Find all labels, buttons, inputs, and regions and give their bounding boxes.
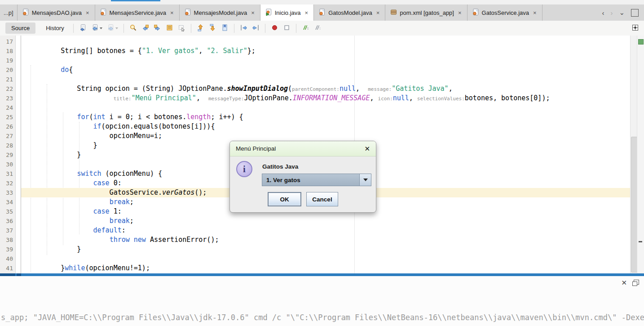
- code-line-38[interactable]: throw new AssertionError();: [21, 235, 631, 245]
- output-close-icon[interactable]: ✕: [621, 279, 627, 286]
- history-view-button[interactable]: History: [40, 22, 70, 34]
- scrollbar-thumb[interactable]: [631, 137, 637, 272]
- back-button[interactable]: [90, 23, 104, 34]
- tab-gatosservice-java[interactable]: GatosService.java×: [468, 4, 543, 21]
- line-number[interactable]: 24: [0, 103, 15, 112]
- code-line-20[interactable]: do{: [21, 65, 631, 75]
- code-line-19[interactable]: [21, 56, 631, 65]
- editor-vertical-scrollbar[interactable]: [630, 36, 637, 273]
- float-window-icon[interactable]: [632, 280, 639, 286]
- java-file-icon: [265, 9, 272, 17]
- line-number[interactable]: 21: [0, 75, 15, 84]
- line-number[interactable]: 33: [0, 188, 15, 197]
- find-selection-icon: [129, 24, 137, 33]
- shift-line-right-button[interactable]: [251, 23, 261, 34]
- start-macro-recording-button[interactable]: [269, 23, 280, 34]
- last-edit-location-button[interactable]: [78, 23, 88, 34]
- line-number[interactable]: 41: [0, 263, 15, 273]
- code-line-21[interactable]: [21, 75, 631, 84]
- info-icon: i: [236, 161, 252, 177]
- line-number[interactable]: 19: [0, 56, 15, 65]
- code-line-36[interactable]: break;: [21, 216, 631, 226]
- line-number[interactable]: 39: [0, 245, 15, 254]
- line-number[interactable]: 32: [0, 179, 15, 188]
- code-line-39[interactable]: }: [21, 245, 631, 254]
- ok-button[interactable]: OK: [268, 192, 301, 206]
- tab-mensajesservice-java[interactable]: MensajesService.java×: [95, 4, 180, 21]
- find-previous-occurrence-button[interactable]: [140, 23, 150, 34]
- code-line-18[interactable]: String[] botones = {"1. Ver gatos", "2. …: [21, 46, 631, 56]
- line-number[interactable]: 29: [0, 150, 15, 160]
- dialog-title-bar[interactable]: Menú Principal ✕: [230, 141, 376, 156]
- comment-button[interactable]: [300, 23, 311, 34]
- code-line-41[interactable]: }while(opcionMenu!=1);: [21, 263, 631, 273]
- tab-close-icon[interactable]: ×: [85, 9, 90, 16]
- tab-close-icon[interactable]: ×: [251, 9, 255, 16]
- find-selection-button[interactable]: [128, 23, 138, 34]
- shift-line-left-button[interactable]: [238, 23, 249, 34]
- line-number-gutter[interactable]: 1718192021222324252627282930313233343536…: [0, 36, 16, 273]
- toggle-bookmark-button[interactable]: [220, 23, 230, 34]
- line-number[interactable]: 26: [0, 122, 15, 131]
- tab-pom-xml-gatos-app-[interactable]: pom.xml [gatos_app]×: [385, 4, 467, 21]
- tab-mensajesdao-java[interactable]: MensajesDAO.java×: [18, 4, 95, 21]
- forward-button[interactable]: [106, 23, 119, 34]
- line-number[interactable]: 22: [0, 84, 15, 94]
- scroll-tabs-right-button[interactable]: ›: [610, 9, 613, 17]
- next-bookmark-button[interactable]: [207, 23, 218, 34]
- line-number[interactable]: 18: [0, 46, 15, 56]
- options-combobox[interactable]: 1. Ver gatos: [262, 174, 371, 186]
- line-number[interactable]: 25: [0, 112, 15, 122]
- tab-close-icon[interactable]: ×: [170, 9, 174, 16]
- maximize-icon[interactable]: [631, 9, 639, 17]
- code-line-25[interactable]: for(int i = 0; i < botones.length; i++) …: [21, 112, 631, 122]
- line-number[interactable]: 23: [0, 94, 15, 103]
- code-folding-bar: [16, 36, 21, 273]
- tab-close-icon[interactable]: ×: [304, 9, 309, 16]
- code-line-22[interactable]: String opcion = (String) JOptionPane.sho…: [21, 84, 631, 94]
- tab-close-icon[interactable]: ×: [376, 9, 380, 16]
- rectangular-selection-button[interactable]: [176, 23, 187, 34]
- split-document-button[interactable]: [630, 23, 640, 34]
- error-stripe[interactable]: [637, 36, 644, 273]
- code-line-26[interactable]: if(opcion.equals(botones[i])){: [21, 122, 631, 131]
- line-number[interactable]: 30: [0, 160, 15, 169]
- dialog-title: Menú Principal: [236, 145, 276, 152]
- line-number[interactable]: 17: [0, 37, 15, 46]
- code-line-23[interactable]: title:"Menú Principal", messageType:JOpt…: [21, 94, 631, 103]
- toggle-highlight-search-button[interactable]: [164, 23, 175, 34]
- line-number[interactable]: 35: [0, 207, 15, 216]
- line-number[interactable]: 34: [0, 197, 15, 207]
- line-number[interactable]: 20: [0, 65, 15, 75]
- uncomment-button[interactable]: [313, 23, 323, 34]
- stop-macro-recording-button[interactable]: [282, 23, 292, 34]
- line-number[interactable]: 27: [0, 131, 15, 141]
- line-number[interactable]: 31: [0, 169, 15, 179]
- scroll-tabs-left-button[interactable]: ‹: [602, 9, 604, 17]
- code-line-24[interactable]: [21, 103, 631, 112]
- code-line-40[interactable]: [21, 254, 631, 263]
- tab-label: Inicio.java: [275, 9, 301, 16]
- line-number[interactable]: 36: [0, 216, 15, 226]
- tab-close-icon[interactable]: ×: [533, 9, 537, 16]
- code-line-37[interactable]: default:: [21, 226, 631, 235]
- source-view-button[interactable]: Source: [5, 22, 35, 34]
- find-next-occurrence-button[interactable]: [152, 23, 163, 34]
- dialog-close-icon[interactable]: ✕: [364, 145, 370, 152]
- line-number[interactable]: 40: [0, 254, 15, 263]
- tab-gatosmodel-java[interactable]: GatosModel.java×: [314, 4, 385, 21]
- line-number[interactable]: 37: [0, 226, 15, 235]
- code-line-27[interactable]: opcionMenu=i;: [21, 131, 631, 141]
- cancel-button[interactable]: Cancel: [306, 192, 338, 206]
- tab-overflow-partial[interactable]: ...p]: [0, 4, 18, 21]
- output-panel[interactable]: Platzi ✕ s_app; "JAVA_HOME=C:\\Program F…: [0, 276, 644, 326]
- tab-close-icon[interactable]: ×: [458, 9, 462, 16]
- tab-mensajesmodel-java[interactable]: MensajesModel.java×: [180, 4, 260, 21]
- previous-bookmark-button[interactable]: [195, 23, 206, 34]
- line-number[interactable]: 28: [0, 141, 15, 150]
- tab-inicio-java[interactable]: Inicio.java×: [260, 4, 314, 21]
- code-line-17[interactable]: [21, 37, 631, 46]
- combobox-dropdown-button[interactable]: [359, 174, 371, 186]
- line-number[interactable]: 38: [0, 235, 15, 245]
- tab-list-dropdown-button[interactable]: ⌄: [619, 9, 625, 17]
